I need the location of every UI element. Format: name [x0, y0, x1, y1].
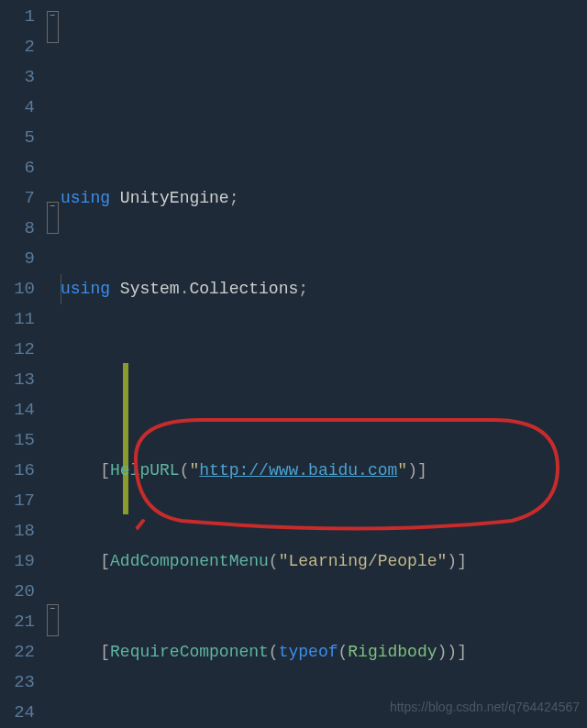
fold-toggle[interactable]: − [47, 202, 59, 234]
line-number: 9 [6, 244, 35, 274]
line-number: 17 [6, 486, 35, 516]
line-number: 8 [6, 214, 35, 244]
line-number: 11 [6, 304, 35, 335]
line-number: 24 [6, 698, 35, 728]
line-number: 1 [6, 2, 35, 32]
line-number: 23 [6, 667, 35, 698]
fold-toggle[interactable]: − [47, 11, 59, 43]
line-number: 16 [6, 456, 35, 486]
line-number: 18 [6, 516, 35, 546]
code-line [61, 365, 587, 395]
line-number: 7 [6, 183, 35, 214]
fold-column: − − − [44, 0, 61, 728]
code-area[interactable]: using UnityEngine; using System.Collecti… [61, 0, 587, 728]
line-number: 14 [6, 395, 35, 425]
line-number: 6 [6, 153, 35, 183]
line-number: 4 [6, 93, 35, 123]
line-number: 21 [6, 607, 35, 637]
line-number: 19 [6, 546, 35, 577]
url-link[interactable]: http://www.baidu.com [199, 461, 397, 480]
code-line: using System.Collections; [61, 274, 587, 304]
line-number: 13 [6, 365, 35, 395]
code-line: [RequireComponent(typeof(Rigidbody))] [61, 637, 587, 667]
line-number: 3 [6, 62, 35, 93]
line-number: 15 [6, 425, 35, 456]
line-number: 20 [6, 577, 35, 607]
line-number-gutter: 1 2 3 4 5 6 7 8 9 10 11 12 13 14 15 16 1… [0, 0, 44, 728]
code-line: [AddComponentMenu("Learning/People")] [61, 546, 587, 577]
line-number: 2 [6, 32, 35, 62]
line-number: 22 [6, 637, 35, 667]
code-line: [HelpURL("http://www.baidu.com")] [61, 456, 587, 486]
watermark-text: https://blog.csdn.net/q764424567 [390, 692, 580, 722]
code-editor: 1 2 3 4 5 6 7 8 9 10 11 12 13 14 15 16 1… [0, 0, 587, 728]
code-line: using UnityEngine; [61, 183, 587, 214]
line-number: 12 [6, 335, 35, 365]
line-number: 10 [6, 274, 35, 304]
line-number: 5 [6, 123, 35, 153]
fold-toggle[interactable]: − [47, 604, 59, 636]
